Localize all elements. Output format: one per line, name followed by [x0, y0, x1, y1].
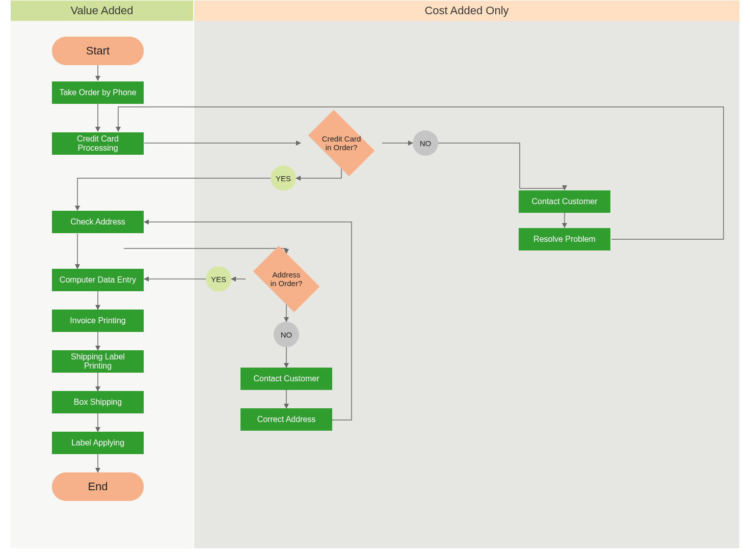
process-contact-customer-addr-label: Contact Customer — [254, 374, 319, 383]
process-computer-data-entry: Computer Data Entry — [52, 269, 144, 291]
process-check-address: Check Address — [52, 211, 144, 233]
connector-yes-address: YES — [206, 266, 231, 292]
process-credit-processing: Credit Card Processing — [52, 132, 144, 155]
terminator-start-label: Start — [86, 44, 110, 58]
process-correct-address: Correct Address — [240, 408, 332, 431]
process-contact-customer-addr: Contact Customer — [240, 368, 332, 390]
process-check-address-label: Check Address — [70, 217, 125, 227]
connector-yes-credit: YES — [271, 165, 296, 191]
lane-header-value: Value Added — [11, 1, 193, 21]
process-take-order: Take Order by Phone — [52, 81, 144, 104]
process-box-shipping: Box Shipping — [52, 391, 144, 413]
connector-yes-label-1: YES — [276, 174, 291, 183]
connector-no-label-1: NO — [420, 139, 432, 148]
process-shipping-label: Shipping Label Printing — [52, 350, 144, 373]
process-computer-data-entry-label: Computer Data Entry — [60, 275, 136, 285]
connector-no-label-2: NO — [281, 330, 292, 339]
terminator-end: End — [52, 472, 144, 501]
process-shipping-label-label: Shipping Label Printing — [57, 352, 139, 371]
process-label-applying: Label Applying — [52, 432, 144, 454]
terminator-start: Start — [52, 37, 144, 65]
process-contact-customer-credit: Contact Customer — [519, 190, 610, 213]
decision-credit-card-label: Credit Card in Order? — [301, 118, 382, 169]
lane-header-cost: Cost Added Only — [194, 1, 739, 21]
decision-credit-card: Credit Card in Order? — [301, 118, 382, 169]
process-credit-processing-label: Credit Card Processing — [57, 134, 139, 153]
process-invoice-printing: Invoice Printing — [52, 310, 144, 332]
process-box-shipping-label: Box Shipping — [74, 398, 122, 407]
process-invoice-printing-label: Invoice Printing — [70, 316, 125, 325]
flowchart-canvas: Value Added Cost Added Only — [0, 0, 750, 560]
process-take-order-label: Take Order by Phone — [59, 88, 136, 97]
connector-yes-label-2: YES — [211, 275, 226, 284]
connector-no-credit: NO — [413, 130, 438, 156]
lane-title-value: Value Added — [70, 4, 133, 17]
lane-title-cost: Cost Added Only — [424, 4, 508, 17]
process-resolve-problem: Resolve Problem — [519, 228, 610, 250]
process-resolve-problem-label: Resolve Problem — [533, 235, 596, 244]
process-contact-customer-credit-label: Contact Customer — [532, 197, 598, 206]
terminator-end-label: End — [88, 480, 108, 493]
decision-address: Address in Order? — [246, 254, 327, 304]
decision-address-label: Address in Order? — [246, 254, 327, 304]
connector-no-address: NO — [274, 322, 299, 347]
process-correct-address-label: Correct Address — [257, 415, 316, 424]
process-label-applying-label: Label Applying — [71, 438, 124, 447]
